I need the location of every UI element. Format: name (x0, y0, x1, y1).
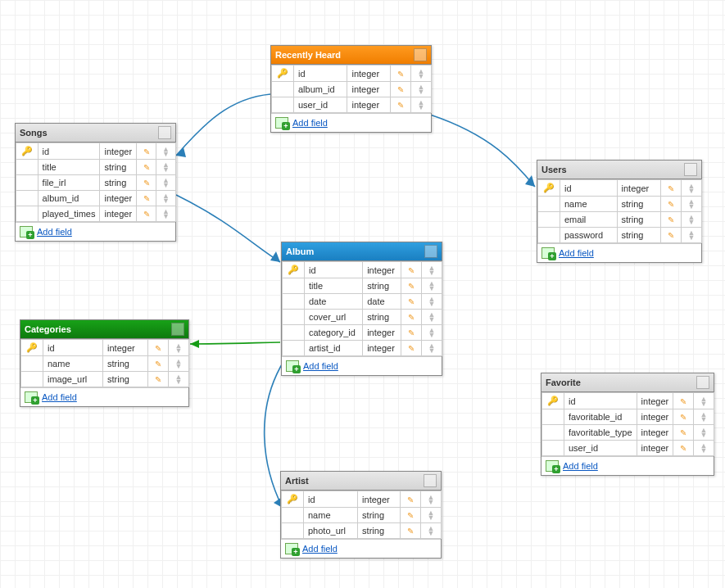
field-type[interactable]: integer (100, 206, 137, 222)
field-type[interactable]: string (617, 212, 660, 228)
field-row[interactable]: album_idinteger✎▲▼ (272, 82, 432, 97)
field-row[interactable]: titlestring✎▲▼ (16, 160, 176, 175)
field-name[interactable]: id (38, 143, 100, 160)
field-row[interactable]: emailstring✎▲▼ (538, 212, 702, 228)
field-name[interactable]: artist_id (305, 341, 363, 356)
field-name[interactable]: album_id (294, 82, 347, 97)
field-type[interactable]: string (617, 228, 660, 243)
edit-field[interactable]: ✎ (137, 143, 156, 160)
add-field-icon[interactable] (25, 391, 38, 403)
field-row[interactable]: 🔑idinteger✎▲▼ (272, 66, 432, 82)
edit-field[interactable]: ✎ (401, 325, 422, 341)
field-type[interactable]: integer (617, 180, 660, 197)
field-type[interactable]: integer (637, 425, 673, 441)
edit-field[interactable]: ✎ (401, 294, 422, 310)
add-field-link[interactable]: Add field (563, 461, 598, 471)
edit-field[interactable]: ✎ (401, 341, 422, 356)
field-row[interactable]: titlestring✎▲▼ (283, 278, 442, 294)
field-name[interactable]: cover_url (305, 310, 363, 325)
reorder-field[interactable]: ▲▼ (682, 228, 702, 243)
edit-field[interactable]: ✎ (401, 262, 422, 278)
field-type[interactable]: integer (100, 143, 137, 160)
table-users[interactable]: Users🔑idinteger✎▲▼namestring✎▲▼emailstri… (537, 160, 702, 263)
field-name[interactable]: user_id (564, 441, 637, 456)
table-songs[interactable]: Songs🔑idinteger✎▲▼titlestring✎▲▼file_irl… (15, 123, 176, 242)
reorder-field[interactable]: ▲▼ (694, 393, 714, 409)
field-row[interactable]: image_urlstring✎▲▼ (21, 372, 189, 387)
table-favorite[interactable]: Favorite🔑idinteger✎▲▼favoritable_idinteg… (541, 373, 714, 476)
edit-field[interactable]: ✎ (673, 441, 694, 456)
reorder-field[interactable]: ▲▼ (156, 143, 175, 160)
field-name[interactable]: image_url (43, 372, 103, 387)
field-type[interactable]: integer (347, 82, 391, 97)
reorder-field[interactable]: ▲▼ (682, 197, 702, 212)
field-name[interactable]: title (38, 160, 100, 175)
edit-field[interactable]: ✎ (137, 191, 156, 206)
reorder-field[interactable]: ▲▼ (682, 180, 702, 197)
field-type[interactable]: integer (363, 341, 401, 356)
reorder-field[interactable]: ▲▼ (411, 82, 432, 97)
field-row[interactable]: namestring✎▲▼ (21, 356, 189, 372)
edit-field[interactable]: ✎ (137, 160, 156, 175)
field-row[interactable]: 🔑idinteger✎▲▼ (21, 340, 189, 356)
reorder-field[interactable]: ▲▼ (169, 356, 189, 372)
field-row[interactable]: photo_urlstring✎▲▼ (282, 523, 442, 539)
field-row[interactable]: user_idinteger✎▲▼ (542, 441, 714, 456)
reorder-field[interactable]: ▲▼ (421, 491, 442, 508)
edit-table-icon[interactable] (696, 376, 709, 389)
field-type[interactable]: integer (100, 191, 137, 206)
field-name[interactable]: id (564, 393, 637, 409)
field-row[interactable]: category_idinteger✎▲▼ (283, 325, 442, 341)
add-field-icon[interactable] (20, 226, 33, 237)
reorder-field[interactable]: ▲▼ (156, 191, 175, 206)
field-type[interactable]: integer (103, 340, 148, 356)
field-type[interactable]: integer (637, 441, 673, 456)
add-field-icon[interactable] (541, 247, 555, 259)
field-name[interactable]: name (304, 508, 358, 523)
field-name[interactable]: file_irl (38, 175, 100, 191)
edit-field[interactable]: ✎ (391, 97, 411, 113)
add-field-icon[interactable] (275, 117, 288, 129)
field-row[interactable]: datedate✎▲▼ (283, 294, 442, 310)
reorder-field[interactable]: ▲▼ (694, 425, 714, 441)
add-field-link[interactable]: Add field (303, 361, 338, 371)
table-categories[interactable]: Categories🔑idinteger✎▲▼namestring✎▲▼imag… (20, 319, 189, 407)
field-row[interactable]: 🔑idinteger✎▲▼ (283, 262, 442, 278)
table-header[interactable]: Categories (20, 320, 188, 339)
field-row[interactable]: artist_idinteger✎▲▼ (283, 341, 442, 356)
edit-field[interactable]: ✎ (401, 278, 422, 294)
reorder-field[interactable]: ▲▼ (421, 523, 442, 539)
field-name[interactable]: id (43, 340, 103, 356)
field-type[interactable]: string (103, 372, 148, 387)
add-field-link[interactable]: Add field (37, 227, 72, 237)
field-name[interactable]: id (305, 262, 363, 278)
edit-table-icon[interactable] (158, 126, 171, 139)
table-artist[interactable]: Artist🔑idinteger✎▲▼namestring✎▲▼photo_ur… (280, 471, 442, 559)
diagram-canvas[interactable]: Songs🔑idinteger✎▲▼titlestring✎▲▼file_irl… (0, 0, 725, 588)
field-type[interactable]: integer (358, 491, 401, 508)
field-name[interactable]: category_id (305, 325, 363, 341)
field-name[interactable]: date (305, 294, 363, 310)
add-field-link[interactable]: Add field (559, 248, 594, 258)
field-type[interactable]: string (363, 278, 401, 294)
field-name[interactable]: favoritable_type (564, 425, 637, 441)
table-header[interactable]: Artist (281, 472, 441, 491)
field-row[interactable]: user_idinteger✎▲▼ (272, 97, 432, 113)
field-name[interactable]: photo_url (304, 523, 358, 539)
table-header[interactable]: Favorite (541, 373, 714, 392)
reorder-field[interactable]: ▲▼ (156, 160, 175, 175)
field-name[interactable]: id (560, 180, 618, 197)
field-type[interactable]: integer (347, 97, 391, 113)
field-name[interactable]: title (305, 278, 363, 294)
edit-field[interactable]: ✎ (661, 212, 682, 228)
reorder-field[interactable]: ▲▼ (422, 310, 442, 325)
field-name[interactable]: played_times (38, 206, 100, 222)
field-row[interactable]: played_timesinteger✎▲▼ (16, 206, 176, 222)
table-album[interactable]: Album🔑idinteger✎▲▼titlestring✎▲▼datedate… (281, 242, 442, 376)
field-name[interactable]: email (560, 212, 618, 228)
field-name[interactable]: id (304, 491, 358, 508)
reorder-field[interactable]: ▲▼ (156, 206, 175, 222)
edit-field[interactable]: ✎ (148, 372, 169, 387)
field-name[interactable]: favoritable_id (564, 409, 637, 425)
reorder-field[interactable]: ▲▼ (422, 325, 442, 341)
